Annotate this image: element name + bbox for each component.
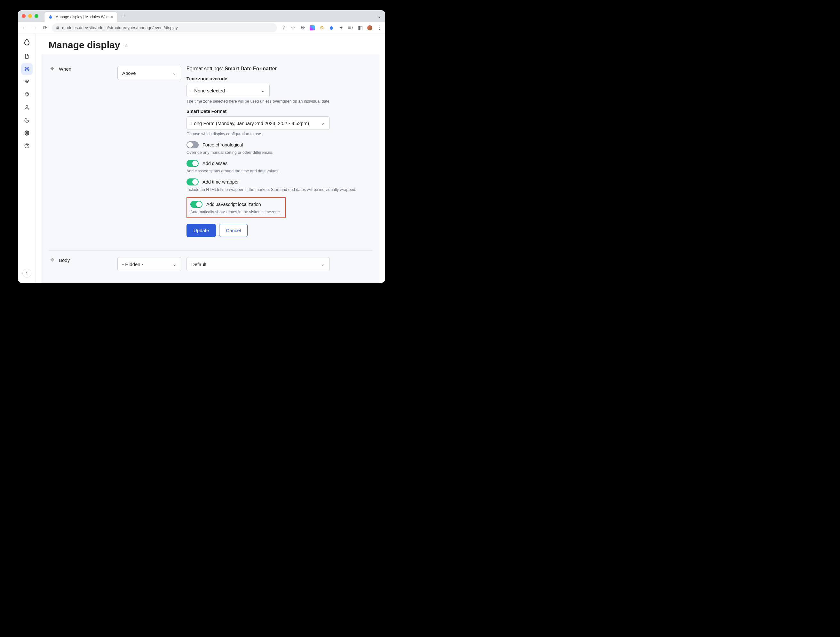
page-title: Manage display — [49, 39, 120, 50]
timezone-label: Time zone override — [186, 76, 363, 81]
forward-button[interactable]: → — [32, 25, 38, 31]
drupal-ext-icon[interactable] — [329, 25, 334, 30]
field-row-body: ✥ Body - Hidden - ⌄ Default ⌄ — [48, 251, 373, 274]
format-settings-title: Format settings: Smart Date Formatter — [186, 66, 363, 72]
gear-icon[interactable]: ⚙ — [319, 25, 324, 30]
sidebar-appearance[interactable] — [21, 76, 33, 88]
extensions-puzzle-icon[interactable]: ✦ — [338, 25, 344, 30]
sidebar-extend[interactable] — [21, 89, 33, 101]
drag-handle-icon[interactable]: ✥ — [50, 66, 54, 72]
minimize-window-icon[interactable] — [28, 14, 32, 18]
toggle-label: Add Javascript localization — [206, 202, 261, 207]
favorite-star-icon[interactable]: ☆ — [124, 42, 128, 48]
toggle-help: Include an HTML5 time wrapper in the mar… — [186, 188, 363, 192]
profile-avatar[interactable] — [367, 25, 372, 30]
extension-icon[interactable] — [309, 25, 315, 30]
new-tab-button[interactable]: + — [121, 13, 128, 19]
tabs-overflow-icon[interactable]: ⌄ — [377, 13, 381, 19]
chevron-down-icon: ⌄ — [172, 70, 177, 76]
playlist-icon[interactable]: ≡♪ — [348, 25, 353, 30]
toggle-add-classes[interactable] — [186, 160, 199, 167]
select-value: Default — [191, 262, 207, 267]
back-button[interactable]: ← — [21, 25, 27, 31]
close-tab-icon[interactable]: × — [111, 14, 113, 19]
display-panel: ✥ When Above ⌄ Format settings: Smart Da… — [42, 54, 379, 283]
format-help: Choose which display configuration to us… — [186, 132, 363, 136]
admin-sidebar: › — [18, 34, 36, 283]
field-label: Body — [59, 257, 70, 263]
sidebar-reports[interactable] — [21, 115, 33, 126]
sidebar-content[interactable] — [21, 50, 33, 62]
maximize-window-icon[interactable] — [35, 14, 38, 18]
chevron-down-icon: ⌄ — [321, 261, 325, 267]
select-value: Above — [122, 70, 136, 76]
sidebar-help[interactable] — [21, 140, 33, 151]
label-position-select[interactable]: - Hidden - ⌄ — [117, 257, 182, 271]
toggle-help: Add classed spans around the time and da… — [186, 169, 363, 173]
format-select[interactable]: Long Form (Monday, January 2nd 2023, 2:5… — [186, 117, 330, 130]
select-value: Long Form (Monday, January 2nd 2023, 2:5… — [191, 121, 309, 126]
label-position-select[interactable]: Above ⌄ — [117, 66, 182, 80]
drupal-logo-icon — [23, 38, 31, 46]
toggle-label: Add time wrapper — [202, 180, 239, 184]
panel-icon[interactable]: ◧ — [358, 25, 363, 30]
toggle-label: Force chronological — [202, 142, 243, 147]
toggle-js-localization[interactable] — [190, 201, 202, 208]
extension-icon[interactable]: ❋ — [300, 25, 305, 30]
toggle-help: Override any manual sorting or other dif… — [186, 150, 363, 155]
update-button[interactable]: Update — [186, 224, 216, 237]
sidebar-expand-button[interactable]: › — [22, 269, 32, 278]
toggle-label: Add classes — [202, 161, 227, 166]
bookmark-star-icon[interactable]: ☆ — [291, 25, 295, 30]
timezone-select[interactable]: - None selected - ⌄ — [186, 84, 270, 97]
kebab-menu-icon[interactable]: ⋮ — [377, 25, 382, 30]
select-value: - None selected - — [191, 88, 228, 93]
address-bar[interactable]: modules.ddev.site/admin/structure/types/… — [52, 23, 277, 32]
page-header: Manage display ☆ — [36, 34, 385, 54]
browser-tab[interactable]: Manage display | Modules Wor × — [44, 11, 117, 22]
cancel-button[interactable]: Cancel — [219, 224, 248, 237]
toolbar-actions: ⇪ ☆ ❋ ⚙ ✦ ≡♪ ◧ ⋮ — [281, 25, 382, 30]
url-text: modules.ddev.site/admin/structure/types/… — [62, 25, 178, 30]
reload-button[interactable]: ⟳ — [42, 25, 48, 31]
sidebar-config[interactable] — [21, 127, 33, 139]
svg-point-0 — [26, 106, 28, 107]
svg-point-1 — [26, 132, 27, 134]
tab-bar: Manage display | Modules Wor × + ⌄ — [18, 10, 385, 22]
sidebar-structure[interactable] — [21, 63, 33, 75]
select-value: - Hidden - — [122, 262, 143, 267]
toggle-force-chronological[interactable] — [186, 141, 199, 148]
body-format-select[interactable]: Default ⌄ — [186, 257, 330, 271]
format-label: Smart Date Format — [186, 109, 363, 114]
lock-icon — [56, 26, 60, 30]
chevron-down-icon: ⌄ — [172, 261, 177, 267]
share-icon[interactable]: ⇪ — [281, 25, 286, 30]
highlighted-setting: Add Javascript localization Automaticall… — [186, 197, 286, 218]
toggle-time-wrapper[interactable] — [186, 178, 199, 186]
browser-window: Manage display | Modules Wor × + ⌄ ← → ⟳… — [18, 10, 385, 283]
url-bar: ← → ⟳ modules.ddev.site/admin/structure/… — [18, 22, 385, 34]
drag-handle-icon[interactable]: ✥ — [50, 257, 54, 263]
chevron-down-icon: ⌄ — [261, 88, 265, 93]
timezone-help: The time zone selected here will be used… — [186, 99, 363, 104]
window-controls[interactable] — [22, 14, 38, 18]
close-window-icon[interactable] — [22, 14, 25, 18]
main-area: Manage display ☆ ✥ When Above ⌄ — [36, 34, 385, 283]
app-content: › Manage display ☆ ✥ When Above ⌄ — [18, 34, 385, 283]
field-row-when: ✥ When Above ⌄ Format settings: Smart Da… — [48, 63, 373, 240]
format-settings: Format settings: Smart Date Formatter Ti… — [186, 66, 373, 237]
chevron-down-icon: ⌄ — [321, 120, 325, 126]
tab-title: Manage display | Modules Wor — [55, 15, 108, 19]
drupal-favicon-icon — [48, 15, 53, 19]
toggle-help: Automatically shows times in the visitor… — [190, 210, 282, 214]
field-label: When — [59, 66, 71, 72]
sidebar-people[interactable] — [21, 102, 33, 113]
